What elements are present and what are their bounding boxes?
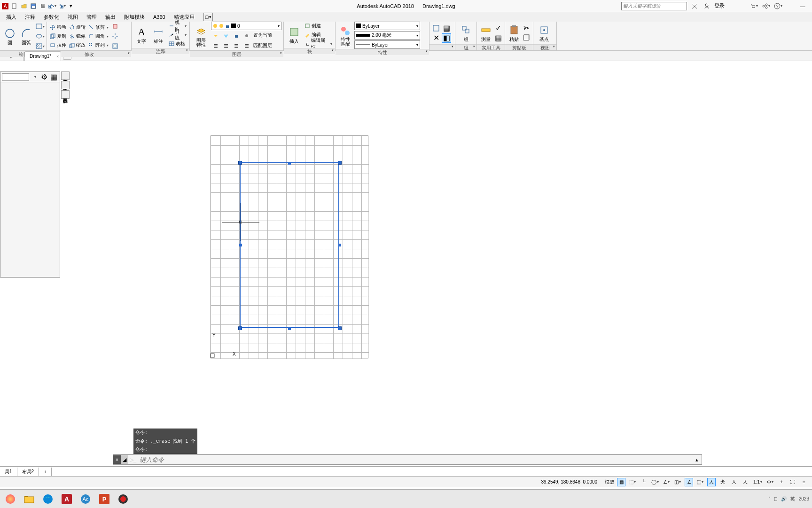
- panel-dd-icon[interactable]: [30, 72, 39, 82]
- cut-icon[interactable]: ✂: [522, 24, 531, 33]
- sc-icon[interactable]: 人: [730, 478, 738, 486]
- document-tab[interactable]: Drawing1*×: [24, 51, 61, 61]
- hatch-icon[interactable]: [35, 41, 45, 51]
- util-icon[interactable]: ✓: [493, 24, 503, 33]
- layer-b-icon[interactable]: ≡: [221, 41, 231, 51]
- sidetab-1[interactable]: 表格数据: [61, 71, 70, 80]
- panel-props-header[interactable]: 特性: [336, 49, 429, 55]
- array-button[interactable]: 阵列: [87, 41, 109, 49]
- login-icon[interactable]: [702, 2, 711, 10]
- app-menu-icon[interactable]: A: [1, 2, 9, 10]
- model-label[interactable]: 模型: [605, 479, 614, 485]
- tray-chevron-icon[interactable]: ˄: [768, 496, 771, 501]
- tab-manage[interactable]: 管理: [83, 14, 100, 21]
- copy-button[interactable]: 复制: [49, 32, 67, 40]
- set-current-button[interactable]: 置为当前: [252, 31, 273, 40]
- grip-ml[interactable]: [239, 244, 242, 246]
- cmd-up-icon[interactable]: ▴: [692, 455, 702, 464]
- autocad-icon[interactable]: A: [59, 492, 74, 507]
- menu-icon[interactable]: ≡: [800, 478, 808, 486]
- explorer-icon[interactable]: [22, 492, 37, 507]
- panel-view-header[interactable]: 视图: [533, 44, 556, 50]
- osnap-icon[interactable]: ◫: [673, 478, 682, 486]
- tab-annotate[interactable]: 注释: [22, 14, 39, 21]
- panel-combo[interactable]: [2, 73, 29, 81]
- search-input[interactable]: [621, 2, 687, 10]
- grip-tl[interactable]: [238, 161, 242, 165]
- panel-opt-icon[interactable]: ▦: [49, 72, 58, 82]
- dyn-icon[interactable]: 人: [707, 478, 716, 486]
- cmd-close-icon[interactable]: ×: [113, 455, 121, 464]
- snap-icon[interactable]: ⬚: [628, 478, 637, 486]
- trim-button[interactable]: 修剪: [87, 23, 109, 32]
- max-icon[interactable]: ⛶: [789, 478, 797, 486]
- gear-icon[interactable]: ⚙: [766, 478, 774, 486]
- ribbon-expand-icon[interactable]: ▢▾: [203, 13, 213, 21]
- offset-icon[interactable]: [110, 41, 120, 51]
- layer-lock-icon[interactable]: [232, 31, 241, 40]
- layer-a-icon[interactable]: ≡: [211, 41, 220, 51]
- lineweight-combo[interactable]: 2.00 毫米: [354, 31, 420, 40]
- layout-tab-2[interactable]: 布局2: [17, 468, 39, 476]
- app-icon[interactable]: Ac: [78, 492, 93, 507]
- fillet-button[interactable]: 圆角: [87, 32, 109, 40]
- layer-properties-button[interactable]: 图层 特性: [192, 25, 210, 48]
- panel-block-header[interactable]: 块: [284, 48, 335, 54]
- minimize-icon[interactable]: —: [798, 2, 807, 10]
- panel-layers-header[interactable]: 图层: [190, 51, 283, 57]
- panel-annotate-header[interactable]: 注释: [132, 48, 189, 54]
- layout-tab-1[interactable]: 局1: [0, 468, 17, 476]
- aux-icon[interactable]: [431, 24, 441, 33]
- scale-button[interactable]: 缩放: [68, 41, 86, 49]
- powerpoint-icon[interactable]: P: [97, 492, 112, 507]
- layer-combo[interactable]: 0: [211, 22, 281, 30]
- command-input[interactable]: [138, 456, 692, 463]
- panel-aux-header[interactable]: [429, 44, 455, 50]
- print-icon[interactable]: [39, 2, 47, 10]
- search-button-icon[interactable]: [690, 2, 699, 10]
- rotate-button[interactable]: 旋转: [68, 23, 86, 32]
- move-button[interactable]: 移动: [49, 23, 67, 32]
- paste-button[interactable]: 粘贴: [507, 24, 521, 43]
- ortho-icon[interactable]: └: [640, 478, 648, 486]
- open-icon[interactable]: [20, 2, 28, 10]
- record-icon[interactable]: [116, 492, 131, 507]
- panel-clip-header[interactable]: 剪贴板: [505, 44, 533, 50]
- circle-button[interactable]: 圆: [2, 27, 18, 46]
- layer-c-icon[interactable]: ≡: [232, 41, 241, 51]
- qp-icon[interactable]: 犬: [718, 478, 727, 486]
- layer-d-icon[interactable]: ≡: [242, 41, 251, 51]
- tray-date[interactable]: 2023: [799, 496, 809, 501]
- close-tab-icon[interactable]: ×: [56, 54, 59, 59]
- help-icon[interactable]: ?: [773, 2, 783, 10]
- polar-icon[interactable]: ◯: [651, 478, 659, 486]
- erase-icon[interactable]: [110, 22, 120, 31]
- leader-button[interactable]: 引线: [168, 31, 187, 39]
- tray-sound-icon[interactable]: 🔊: [781, 496, 787, 501]
- otrack-icon[interactable]: ∠: [685, 478, 693, 486]
- layer-freeze-icon[interactable]: [221, 31, 231, 40]
- tab-output[interactable]: 输出: [102, 14, 119, 21]
- sidetab-2[interactable]: 图块图库: [61, 81, 70, 89]
- mirror-button[interactable]: 镜像: [68, 32, 86, 40]
- aux-icon[interactable]: ✕: [431, 33, 441, 43]
- table-button[interactable]: 表格: [168, 40, 187, 48]
- insert-block-button[interactable]: 插入: [286, 25, 303, 45]
- util-icon[interactable]: ▦: [493, 33, 503, 43]
- lw-icon[interactable]: ⬚: [696, 478, 704, 486]
- tray-ime-label[interactable]: 英: [790, 496, 795, 502]
- aux-icon[interactable]: ◧: [442, 33, 451, 43]
- arc-button[interactable]: 圆弧: [19, 27, 35, 46]
- scale-label[interactable]: 1:1: [752, 478, 763, 486]
- save-icon[interactable]: [29, 2, 38, 10]
- tab-view[interactable]: 视图: [64, 14, 81, 21]
- command-line[interactable]: × ◢ ▷_ ▴: [113, 454, 702, 465]
- undo-icon[interactable]: [48, 2, 56, 10]
- drawing-area[interactable]: ⚙▦ 表格数据 图块图库 图纸群参 Y X: [0, 61, 812, 423]
- linetype-combo[interactable]: ByLayer: [354, 40, 420, 49]
- aux-icon[interactable]: ▦: [442, 24, 451, 33]
- color-combo[interactable]: ByLayer: [354, 22, 420, 30]
- grip-bl[interactable]: [238, 326, 242, 330]
- cart-icon[interactable]: [749, 2, 758, 10]
- grid-display-icon[interactable]: ▦: [617, 478, 625, 486]
